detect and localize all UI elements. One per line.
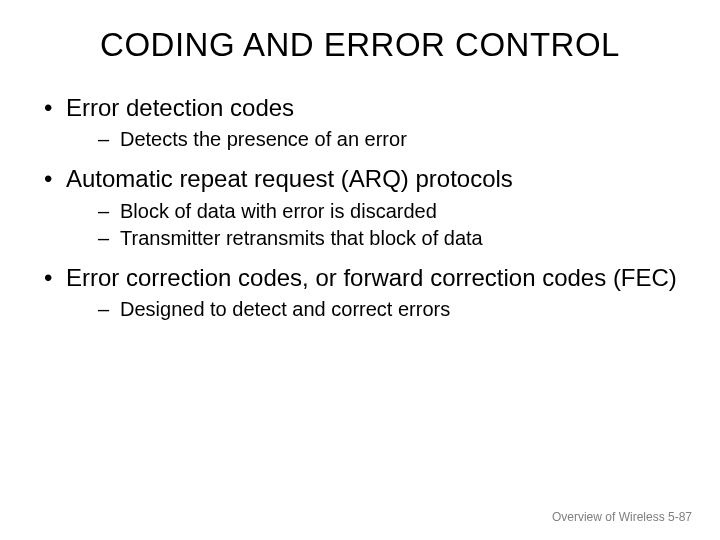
sub-bullet-list: Detects the presence of an error — [66, 126, 688, 153]
sub-bullet-list: Block of data with error is discarded Tr… — [66, 198, 688, 252]
bullet-item: Automatic repeat request (ARQ) protocols… — [40, 163, 688, 251]
sub-bullet-item: Block of data with error is discarded — [98, 198, 688, 225]
sub-bullet-item: Transmitter retransmits that block of da… — [98, 225, 688, 252]
bullet-text: Automatic repeat request (ARQ) protocols — [66, 165, 513, 192]
slide-title: CODING AND ERROR CONTROL — [32, 26, 688, 64]
bullet-item: Error correction codes, or forward corre… — [40, 262, 688, 323]
bullet-list: Error detection codes Detects the presen… — [32, 92, 688, 323]
slide-footer: Overview of Wireless 5-87 — [552, 510, 692, 524]
sub-bullet-list: Designed to detect and correct errors — [66, 296, 688, 323]
slide: CODING AND ERROR CONTROL Error detection… — [0, 0, 720, 540]
bullet-item: Error detection codes Detects the presen… — [40, 92, 688, 153]
bullet-text: Error detection codes — [66, 94, 294, 121]
sub-bullet-item: Detects the presence of an error — [98, 126, 688, 153]
bullet-text: Error correction codes, or forward corre… — [66, 264, 677, 291]
sub-bullet-item: Designed to detect and correct errors — [98, 296, 688, 323]
